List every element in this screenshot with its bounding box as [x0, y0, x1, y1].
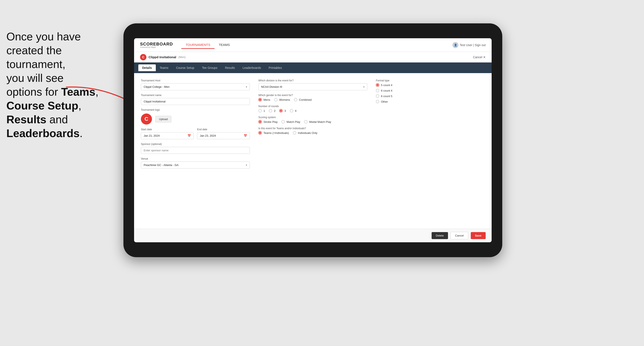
upload-button[interactable]: Upload: [155, 116, 171, 122]
rounds-3-radio[interactable]: [279, 109, 283, 112]
scoring-group: Scoring system Stroke Play Match Play: [258, 116, 367, 124]
form-footer: Delete Cancel Save: [134, 229, 492, 242]
breadcrumb-bar: C Clippd Invitational (Men) Cancel ✕: [134, 52, 492, 62]
instruction-text: Once you have created the tournament, yo…: [0, 30, 106, 140]
venue-input[interactable]: Peachtree GC - Atlanta - GA ▾: [141, 162, 250, 169]
rounds-2-radio[interactable]: [269, 109, 272, 112]
gender-label: Which gender is the event for?: [258, 94, 367, 97]
format-6count5[interactable]: 6 count 5: [376, 94, 485, 98]
logo-area: SCOREBOARD Powered by clippd: [140, 42, 173, 48]
gender-mens[interactable]: Mens: [258, 98, 270, 101]
tab-leaderboards[interactable]: Leaderboards: [239, 64, 265, 71]
tab-course-setup[interactable]: Course Setup: [172, 64, 198, 71]
tab-printables[interactable]: Printables: [265, 64, 286, 71]
tab-teams[interactable]: Teams: [156, 64, 172, 71]
tournament-name-group: Tournament name: [141, 94, 250, 105]
teams-plus-individuals[interactable]: Teams (+Individuals): [258, 131, 289, 135]
tournament-logo-group: Tournament logo C Upload: [141, 108, 250, 125]
tab-tee-groups[interactable]: Tee Groups: [198, 64, 221, 71]
form-left-section: Tournament Host Clippd College - Men ▾ T…: [141, 79, 250, 169]
user-area: 👤 Test User | Sign out: [452, 42, 486, 48]
scoring-medal[interactable]: Medal Match Play: [304, 120, 331, 124]
sponsor-label: Sponsor (optional): [141, 143, 250, 146]
venue-arrow: ▾: [246, 164, 247, 167]
rounds-4-radio[interactable]: [290, 109, 293, 112]
cancel-top-button[interactable]: Cancel ✕: [473, 55, 486, 59]
format-5count4-radio[interactable]: [376, 83, 379, 87]
teams-options: Teams (+Individuals) Individuals Only: [258, 131, 367, 135]
end-date-value: Jan 23, 2024: [200, 134, 216, 137]
bold-course-setup: Course Setup: [6, 99, 78, 112]
rounds-label: Number of rounds: [258, 105, 367, 108]
scoring-stroke[interactable]: Stroke Play: [258, 120, 278, 124]
scoring-match[interactable]: Match Play: [281, 120, 300, 124]
rounds-3[interactable]: 3: [279, 109, 286, 112]
scoring-medal-radio[interactable]: [304, 120, 308, 124]
nav-tournaments[interactable]: TOURNAMENTS: [181, 41, 214, 49]
user-label[interactable]: Test User | Sign out: [460, 43, 486, 47]
cancel-button[interactable]: Cancel: [450, 232, 468, 239]
bold-results: Results: [6, 113, 46, 126]
individuals-only[interactable]: Individuals Only: [293, 131, 318, 135]
format-6count4-radio[interactable]: [376, 89, 379, 92]
format-label: Format type: [376, 79, 485, 82]
breadcrumb-title: Clippd Invitational: [148, 55, 176, 59]
form-right-section: Format type 5 count 4 6 count 4 6 cou: [376, 79, 485, 169]
end-date-input[interactable]: Jan 23, 2024 📅: [197, 132, 250, 139]
tournament-host-label: Tournament Host: [141, 79, 250, 82]
end-date-group: End date Jan 23, 2024 📅: [197, 128, 250, 139]
gender-womens-radio[interactable]: [274, 98, 278, 101]
scoring-stroke-radio[interactable]: [258, 120, 262, 124]
teams-plus-individuals-radio[interactable]: [258, 131, 262, 135]
format-options: 5 count 4 6 count 4 6 count 5 Other: [376, 83, 485, 103]
gender-combined-radio[interactable]: [294, 98, 297, 101]
division-group: Which division is the event for? NCAA Di…: [258, 79, 367, 90]
logo-upload-row: C Upload: [141, 114, 250, 125]
bold-teams: Teams: [61, 86, 95, 98]
sponsor-input[interactable]: [141, 147, 250, 154]
sponsor-group: Sponsor (optional): [141, 143, 250, 154]
breadcrumb-logo: C: [140, 54, 146, 60]
start-date-value: Jan 21, 2024: [144, 134, 160, 137]
tab-bar: Details Teams Course Setup Tee Groups Re…: [134, 62, 492, 73]
individuals-only-radio[interactable]: [293, 131, 296, 135]
tournament-name-input[interactable]: [141, 98, 250, 105]
delete-button[interactable]: Delete: [432, 232, 448, 239]
save-button[interactable]: Save: [471, 232, 486, 239]
division-value: NCAA Division III: [261, 85, 282, 88]
start-date-input[interactable]: Jan 21, 2024 📅: [141, 132, 194, 139]
instruction-line2: created the: [6, 44, 62, 56]
tablet-screen: SCOREBOARD Powered by clippd TOURNAMENTS…: [134, 38, 492, 242]
gender-group: Which gender is the event for? Mens Wome…: [258, 94, 367, 101]
nav-teams[interactable]: TEAMS: [214, 41, 234, 49]
format-5count4[interactable]: 5 count 4: [376, 83, 485, 87]
scoring-label: Scoring system: [258, 116, 367, 119]
scoring-options: Stroke Play Match Play Medal Match Play: [258, 120, 367, 124]
gender-womens[interactable]: Womens: [274, 98, 290, 101]
rounds-4[interactable]: 4: [290, 109, 296, 112]
tab-results[interactable]: Results: [221, 64, 239, 71]
instruction-line4: you will see: [6, 72, 64, 84]
format-6count4[interactable]: 6 count 4: [376, 89, 485, 92]
logo-text: SCOREBOARD: [140, 42, 173, 46]
format-group: Format type 5 count 4 6 count 4 6 cou: [376, 79, 485, 103]
rounds-2[interactable]: 2: [269, 109, 276, 112]
rounds-1-radio[interactable]: [258, 109, 262, 112]
gender-mens-radio[interactable]: [258, 98, 262, 101]
tournament-host-input[interactable]: Clippd College - Men ▾: [141, 83, 250, 90]
format-other-radio[interactable]: [376, 100, 379, 103]
tablet-frame: SCOREBOARD Powered by clippd TOURNAMENTS…: [124, 23, 502, 257]
scoring-match-radio[interactable]: [281, 120, 285, 124]
gender-combined[interactable]: Combined: [294, 98, 312, 101]
instruction-line3: tournament,: [6, 58, 66, 70]
calendar-icon: 📅: [188, 134, 191, 137]
format-other[interactable]: Other: [376, 100, 485, 103]
start-date-label: Start date: [141, 128, 194, 131]
rounds-1[interactable]: 1: [258, 109, 265, 112]
logo-circle: C: [141, 114, 152, 125]
division-input[interactable]: NCAA Division III ▾: [258, 83, 367, 90]
tab-details[interactable]: Details: [138, 64, 156, 71]
format-6count5-radio[interactable]: [376, 94, 379, 98]
division-arrow: ▾: [363, 85, 364, 88]
form-middle-section: Which division is the event for? NCAA Di…: [258, 79, 367, 169]
